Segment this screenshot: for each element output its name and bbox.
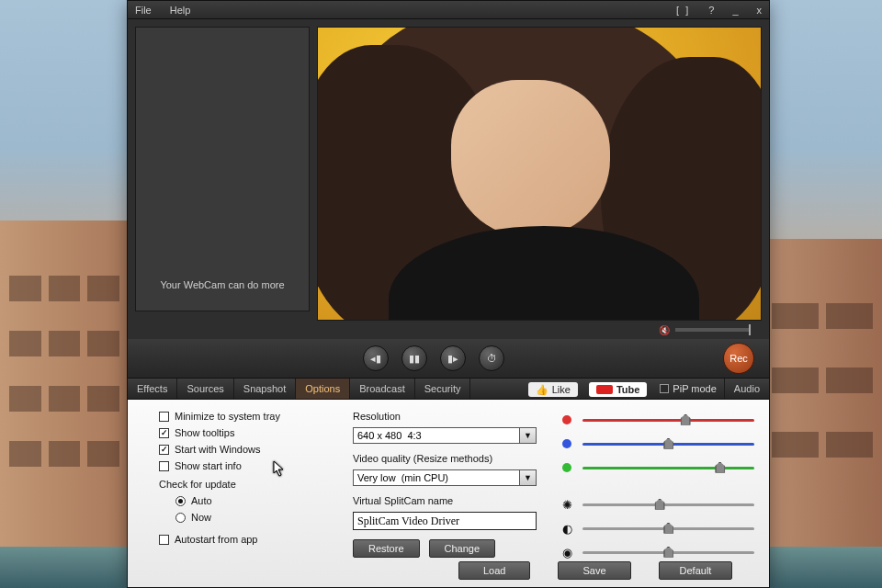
window-control-minimize[interactable]: _ — [732, 5, 738, 16]
chevron-down-icon: ▼ — [520, 427, 537, 444]
menubar: File Help [ ] ? _ x — [128, 1, 769, 19]
blue-dot-icon — [562, 439, 571, 448]
menu-file[interactable]: File — [135, 5, 152, 16]
checkbox-checked-icon — [159, 428, 169, 438]
slider-gamma[interactable]: ◉ — [560, 543, 754, 561]
opt-start-windows[interactable]: Start with Windows — [159, 444, 329, 455]
change-button[interactable]: Change — [429, 539, 496, 558]
prev-button[interactable]: ◂▮ — [363, 345, 389, 371]
splitcam-window: File Help [ ] ? _ x Your WebCam can do m… — [127, 0, 770, 588]
tab-sources[interactable]: Sources — [177, 379, 233, 399]
contrast-icon: ◐ — [560, 522, 573, 536]
pip-mode-toggle[interactable]: PiP mode — [660, 379, 717, 399]
radio-on-icon — [175, 496, 186, 506]
checkbox-icon — [159, 412, 169, 422]
tab-audio[interactable]: Audio — [724, 379, 769, 399]
virtual-name-input[interactable] — [353, 512, 537, 530]
like-button[interactable]: 👍Like — [528, 382, 578, 397]
timer-icon: ⏱ — [487, 353, 497, 364]
slider-green[interactable] — [560, 458, 754, 477]
window-control-brackets[interactable]: [ ] — [676, 5, 690, 16]
menu-help[interactable]: Help — [170, 5, 191, 16]
green-dot-icon — [562, 463, 571, 472]
brightness-icon: ✺ — [560, 498, 573, 512]
rec-label: Rec — [729, 353, 748, 364]
check-update-label: Check for update — [159, 479, 329, 490]
tab-snapshot[interactable]: Snapshot — [234, 379, 296, 399]
slider-contrast[interactable]: ◐ — [560, 519, 754, 537]
video-quality-label: Video quality (Resize methods) — [353, 453, 537, 464]
tab-security[interactable]: Security — [415, 379, 471, 399]
red-dot-icon — [562, 415, 571, 424]
opt-update-now[interactable]: Now — [175, 512, 329, 523]
eye-icon: ◉ — [560, 546, 573, 560]
transport-bar: ◂▮ ▮▮ ▮▸ ⏱ Rec — [128, 339, 769, 378]
slider-brightness[interactable]: ✺ — [560, 495, 754, 514]
volume-slider[interactable]: 🔇 — [659, 326, 751, 334]
tab-effects[interactable]: Effects — [128, 379, 177, 399]
resolution-value — [353, 427, 520, 444]
thumbs-up-icon: 👍 — [536, 384, 548, 396]
next-icon: ▮▸ — [447, 353, 458, 365]
tab-options[interactable]: Options — [296, 379, 350, 399]
video-preview — [317, 27, 762, 321]
mute-icon: 🔇 — [659, 325, 670, 335]
resolution-label: Resolution — [353, 411, 537, 422]
pause-button[interactable]: ▮▮ — [401, 345, 427, 371]
checkbox-icon — [159, 535, 169, 545]
options-panel: Minimize to system tray Show tooltips St… — [128, 400, 769, 587]
checkbox-icon — [159, 461, 169, 471]
wallpaper-building-left — [0, 220, 129, 588]
radio-icon — [175, 513, 186, 523]
default-button[interactable]: Default — [659, 561, 733, 580]
prev-icon: ◂▮ — [370, 353, 381, 365]
save-button[interactable]: Save — [558, 561, 630, 580]
chevron-down-icon: ▼ — [520, 469, 537, 486]
video-quality-select[interactable]: ▼ — [353, 469, 537, 486]
resolution-select[interactable]: ▼ — [353, 427, 537, 444]
checkbox-checked-icon — [159, 445, 169, 455]
restore-button[interactable]: Restore — [353, 539, 420, 558]
youtube-icon — [596, 385, 613, 394]
youtube-button[interactable]: Tube — [589, 382, 647, 397]
pause-icon: ▮▮ — [409, 353, 420, 365]
opt-update-auto[interactable]: Auto — [175, 495, 329, 506]
side-panel: Your WebCam can do more — [135, 27, 310, 311]
window-control-help[interactable]: ? — [708, 5, 714, 16]
next-button[interactable]: ▮▸ — [440, 345, 466, 371]
virtual-name-label: Virtual SplitCam name — [353, 495, 537, 506]
opt-autostart[interactable]: Autostart from app — [159, 534, 329, 545]
record-button[interactable]: Rec — [723, 343, 754, 374]
opt-minimize[interactable]: Minimize to system tray — [159, 411, 329, 422]
window-control-close[interactable]: x — [757, 5, 763, 16]
tab-bar: Effects Sources Snapshot Options Broadca… — [128, 378, 769, 400]
video-quality-value — [353, 469, 520, 486]
slider-red[interactable] — [560, 411, 754, 429]
load-button[interactable]: Load — [458, 561, 530, 580]
tab-broadcast[interactable]: Broadcast — [350, 379, 415, 399]
pip-checkbox — [660, 384, 669, 393]
opt-tooltips[interactable]: Show tooltips — [159, 427, 329, 438]
slider-blue[interactable] — [560, 435, 754, 453]
snapshot-button[interactable]: ⏱ — [479, 345, 504, 371]
side-tagline: Your WebCam can do more — [160, 279, 284, 290]
wallpaper-building-right — [763, 239, 882, 588]
opt-start-info[interactable]: Show start info — [159, 460, 329, 471]
